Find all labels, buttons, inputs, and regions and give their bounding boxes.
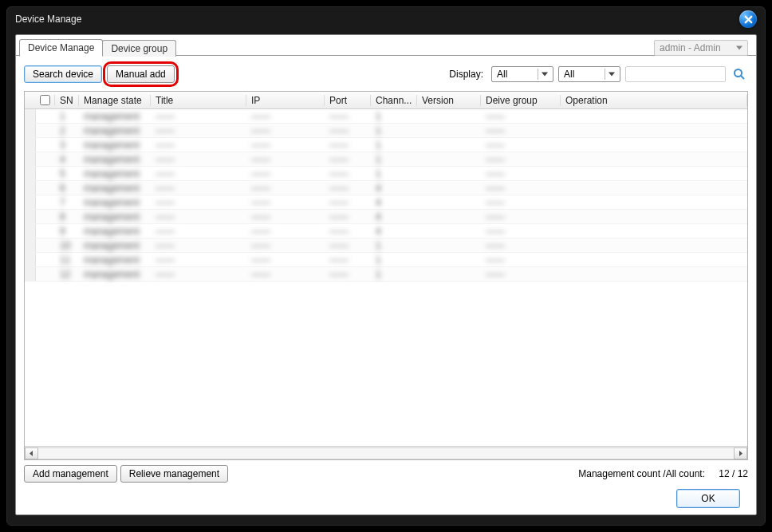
cell-port: —— xyxy=(325,269,371,280)
cell-sn: 3 xyxy=(55,140,79,151)
cell-port: —— xyxy=(325,197,371,208)
add-management-button[interactable]: Add management xyxy=(24,465,117,483)
header-manage-state[interactable]: Manage state xyxy=(79,95,151,106)
cell-title: —— xyxy=(151,125,246,136)
cell-ip: —— xyxy=(246,140,325,151)
manual-add-button[interactable]: Manual add xyxy=(107,65,175,83)
cell-channels: 1 xyxy=(371,269,417,280)
close-icon[interactable] xyxy=(739,10,757,28)
cell-device-group: —— xyxy=(481,269,561,280)
cell-channels: 4 xyxy=(371,183,417,194)
header-version[interactable]: Version xyxy=(417,95,481,106)
chevron-down-icon xyxy=(542,73,548,77)
row-grip xyxy=(25,238,36,252)
display-filter-2[interactable]: All xyxy=(558,66,620,82)
table-row[interactable]: 5management——————1—— xyxy=(25,167,747,181)
display-filter-1[interactable]: All xyxy=(491,66,553,82)
table-row[interactable]: 8management——————4—— xyxy=(25,210,747,224)
header-port[interactable]: Port xyxy=(325,95,371,106)
cell-manage-state: management xyxy=(79,240,151,251)
cell-ip: —— xyxy=(246,211,325,223)
row-grip xyxy=(25,267,36,281)
cell-channels: 4 xyxy=(371,226,417,237)
cell-title: —— xyxy=(151,240,246,251)
table-row[interactable]: 4management——————1—— xyxy=(25,152,747,167)
table-row[interactable]: 7management——————4—— xyxy=(25,195,747,210)
header-ip[interactable]: IP xyxy=(246,95,325,106)
table-row[interactable]: 12management——————1—— xyxy=(25,267,747,282)
cell-channels: 1 xyxy=(371,154,417,165)
cell-device-group: —— xyxy=(481,125,561,136)
header-checkbox[interactable] xyxy=(36,95,55,105)
table-row[interactable]: 3management——————1—— xyxy=(25,138,747,152)
cell-channels: 1 xyxy=(371,168,417,179)
row-grip xyxy=(25,253,36,266)
cell-ip: —— xyxy=(246,183,325,194)
cell-sn: 4 xyxy=(55,154,79,165)
table-row[interactable]: 11management——————1—— xyxy=(25,253,747,267)
cell-manage-state: management xyxy=(79,226,151,237)
cell-device-group: —— xyxy=(481,254,561,266)
cell-title: —— xyxy=(151,226,246,237)
header-sn[interactable]: SN xyxy=(55,95,79,106)
table-body: 1management——————1——2management——————1——… xyxy=(25,109,747,446)
user-select-value: admin - Admin xyxy=(660,42,721,53)
cell-manage-state: management xyxy=(79,168,151,179)
row-grip xyxy=(25,138,36,152)
cell-sn: 1 xyxy=(55,111,79,122)
panel: Device Manage Device group admin - Admin… xyxy=(15,34,757,515)
cell-title: —— xyxy=(151,154,246,165)
cell-port: —— xyxy=(325,168,371,179)
cell-sn: 12 xyxy=(55,269,79,280)
table-row[interactable]: 1management——————1—— xyxy=(25,109,747,124)
horizontal-scrollbar[interactable] xyxy=(25,446,747,459)
cell-ip: —— xyxy=(246,154,325,165)
table-row[interactable]: 10management——————1—— xyxy=(25,238,747,253)
cell-title: —— xyxy=(151,254,246,266)
tab-device-group[interactable]: Device group xyxy=(102,40,176,57)
cell-ip: —— xyxy=(246,111,325,122)
titlebar[interactable]: Device Manage xyxy=(7,7,765,31)
cell-manage-state: management xyxy=(79,197,151,208)
cell-channels: 1 xyxy=(371,240,417,251)
header-operation[interactable]: Operation xyxy=(561,95,747,106)
dialog-buttons: OK xyxy=(24,483,748,508)
user-select[interactable]: admin - Admin xyxy=(654,40,748,56)
cell-device-group: —— xyxy=(481,111,561,122)
search-input[interactable] xyxy=(625,66,726,82)
display-filter-1-value: All xyxy=(497,69,507,80)
table-row[interactable]: 9management——————4—— xyxy=(25,224,747,238)
ok-button[interactable]: OK xyxy=(676,489,740,508)
table-row[interactable]: 2management——————1—— xyxy=(25,124,747,138)
cell-port: —— xyxy=(325,140,371,151)
cell-sn: 11 xyxy=(55,254,79,266)
cell-device-group: —— xyxy=(481,140,561,151)
header-device-group[interactable]: Deive group xyxy=(481,95,561,106)
scroll-track[interactable] xyxy=(38,447,734,459)
search-icon[interactable] xyxy=(731,66,748,82)
cell-port: —— xyxy=(325,211,371,223)
cell-port: —— xyxy=(325,125,371,136)
cell-manage-state: management xyxy=(79,211,151,223)
manual-add-highlight: Manual add xyxy=(107,65,175,83)
header-title[interactable]: Title xyxy=(151,95,246,106)
select-all-checkbox[interactable] xyxy=(40,95,50,105)
cell-manage-state: management xyxy=(79,183,151,194)
count-label: Management count /All count: xyxy=(578,468,705,479)
toolbar: Search device Manual add Display: All Al… xyxy=(24,65,748,83)
cell-device-group: —— xyxy=(481,226,561,237)
table-row[interactable]: 6management——————4—— xyxy=(25,181,747,195)
scroll-right-icon[interactable] xyxy=(734,447,747,459)
window-title: Device Manage xyxy=(15,14,81,25)
cell-ip: —— xyxy=(246,240,325,251)
cell-ip: —— xyxy=(246,269,325,280)
scroll-left-icon[interactable] xyxy=(25,447,38,459)
relieve-management-button[interactable]: Relieve management xyxy=(120,465,228,483)
search-device-button[interactable]: Search device xyxy=(24,65,102,83)
header-channels[interactable]: Chann... xyxy=(371,95,417,106)
tab-device-manage[interactable]: Device Manage xyxy=(19,39,103,57)
cell-device-group: —— xyxy=(481,183,561,194)
cell-port: —— xyxy=(325,254,371,266)
cell-port: —— xyxy=(325,226,371,237)
cell-title: —— xyxy=(151,111,246,122)
